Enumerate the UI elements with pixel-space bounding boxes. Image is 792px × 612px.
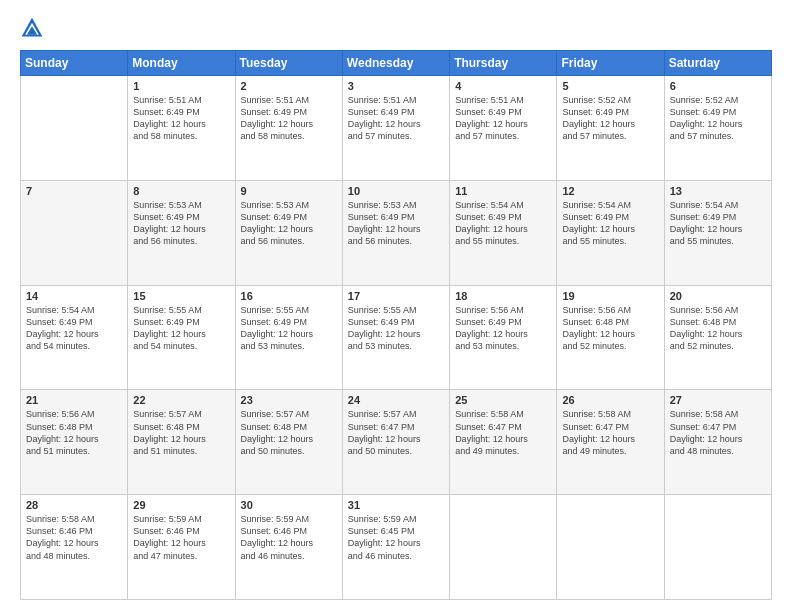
day-info: Sunrise: 5:51 AM Sunset: 6:49 PM Dayligh… bbox=[241, 94, 337, 143]
day-number: 27 bbox=[670, 394, 766, 406]
calendar-cell: 8Sunrise: 5:53 AM Sunset: 6:49 PM Daylig… bbox=[128, 180, 235, 285]
day-number: 24 bbox=[348, 394, 444, 406]
calendar-cell: 23Sunrise: 5:57 AM Sunset: 6:48 PM Dayli… bbox=[235, 390, 342, 495]
day-info: Sunrise: 5:57 AM Sunset: 6:47 PM Dayligh… bbox=[348, 408, 444, 457]
day-info: Sunrise: 5:58 AM Sunset: 6:47 PM Dayligh… bbox=[670, 408, 766, 457]
calendar-cell: 28Sunrise: 5:58 AM Sunset: 6:46 PM Dayli… bbox=[21, 495, 128, 600]
day-number: 18 bbox=[455, 290, 551, 302]
day-info: Sunrise: 5:54 AM Sunset: 6:49 PM Dayligh… bbox=[670, 199, 766, 248]
day-info: Sunrise: 5:54 AM Sunset: 6:49 PM Dayligh… bbox=[455, 199, 551, 248]
calendar-cell: 24Sunrise: 5:57 AM Sunset: 6:47 PM Dayli… bbox=[342, 390, 449, 495]
day-number: 16 bbox=[241, 290, 337, 302]
day-info: Sunrise: 5:57 AM Sunset: 6:48 PM Dayligh… bbox=[241, 408, 337, 457]
calendar-cell: 9Sunrise: 5:53 AM Sunset: 6:49 PM Daylig… bbox=[235, 180, 342, 285]
day-number: 11 bbox=[455, 185, 551, 197]
day-number: 9 bbox=[241, 185, 337, 197]
day-number: 20 bbox=[670, 290, 766, 302]
day-info: Sunrise: 5:54 AM Sunset: 6:49 PM Dayligh… bbox=[26, 304, 122, 353]
calendar-week-2: 78Sunrise: 5:53 AM Sunset: 6:49 PM Dayli… bbox=[21, 180, 772, 285]
day-number: 10 bbox=[348, 185, 444, 197]
day-number: 29 bbox=[133, 499, 229, 511]
day-number: 25 bbox=[455, 394, 551, 406]
calendar-cell: 11Sunrise: 5:54 AM Sunset: 6:49 PM Dayli… bbox=[450, 180, 557, 285]
day-info: Sunrise: 5:59 AM Sunset: 6:46 PM Dayligh… bbox=[133, 513, 229, 562]
calendar-cell: 29Sunrise: 5:59 AM Sunset: 6:46 PM Dayli… bbox=[128, 495, 235, 600]
calendar-cell bbox=[21, 76, 128, 181]
day-number: 12 bbox=[562, 185, 658, 197]
calendar-cell: 13Sunrise: 5:54 AM Sunset: 6:49 PM Dayli… bbox=[664, 180, 771, 285]
day-number: 4 bbox=[455, 80, 551, 92]
calendar-cell: 17Sunrise: 5:55 AM Sunset: 6:49 PM Dayli… bbox=[342, 285, 449, 390]
day-header-monday: Monday bbox=[128, 51, 235, 76]
day-number: 15 bbox=[133, 290, 229, 302]
calendar-cell: 1Sunrise: 5:51 AM Sunset: 6:49 PM Daylig… bbox=[128, 76, 235, 181]
calendar-cell: 27Sunrise: 5:58 AM Sunset: 6:47 PM Dayli… bbox=[664, 390, 771, 495]
day-info: Sunrise: 5:51 AM Sunset: 6:49 PM Dayligh… bbox=[455, 94, 551, 143]
day-info: Sunrise: 5:51 AM Sunset: 6:49 PM Dayligh… bbox=[348, 94, 444, 143]
calendar-cell: 20Sunrise: 5:56 AM Sunset: 6:48 PM Dayli… bbox=[664, 285, 771, 390]
header bbox=[20, 16, 772, 40]
day-info: Sunrise: 5:56 AM Sunset: 6:48 PM Dayligh… bbox=[26, 408, 122, 457]
day-info: Sunrise: 5:57 AM Sunset: 6:48 PM Dayligh… bbox=[133, 408, 229, 457]
day-info: Sunrise: 5:56 AM Sunset: 6:48 PM Dayligh… bbox=[562, 304, 658, 353]
calendar-cell: 30Sunrise: 5:59 AM Sunset: 6:46 PM Dayli… bbox=[235, 495, 342, 600]
calendar-cell: 10Sunrise: 5:53 AM Sunset: 6:49 PM Dayli… bbox=[342, 180, 449, 285]
calendar-cell: 21Sunrise: 5:56 AM Sunset: 6:48 PM Dayli… bbox=[21, 390, 128, 495]
day-info: Sunrise: 5:58 AM Sunset: 6:46 PM Dayligh… bbox=[26, 513, 122, 562]
day-info: Sunrise: 5:55 AM Sunset: 6:49 PM Dayligh… bbox=[133, 304, 229, 353]
day-number: 31 bbox=[348, 499, 444, 511]
calendar-cell: 3Sunrise: 5:51 AM Sunset: 6:49 PM Daylig… bbox=[342, 76, 449, 181]
calendar-cell: 14Sunrise: 5:54 AM Sunset: 6:49 PM Dayli… bbox=[21, 285, 128, 390]
day-number: 5 bbox=[562, 80, 658, 92]
day-header-saturday: Saturday bbox=[664, 51, 771, 76]
day-header-tuesday: Tuesday bbox=[235, 51, 342, 76]
day-info: Sunrise: 5:55 AM Sunset: 6:49 PM Dayligh… bbox=[241, 304, 337, 353]
calendar-cell: 25Sunrise: 5:58 AM Sunset: 6:47 PM Dayli… bbox=[450, 390, 557, 495]
day-number: 3 bbox=[348, 80, 444, 92]
day-number: 14 bbox=[26, 290, 122, 302]
day-info: Sunrise: 5:52 AM Sunset: 6:49 PM Dayligh… bbox=[562, 94, 658, 143]
day-info: Sunrise: 5:55 AM Sunset: 6:49 PM Dayligh… bbox=[348, 304, 444, 353]
day-number: 19 bbox=[562, 290, 658, 302]
day-number: 21 bbox=[26, 394, 122, 406]
calendar-cell bbox=[557, 495, 664, 600]
day-info: Sunrise: 5:53 AM Sunset: 6:49 PM Dayligh… bbox=[133, 199, 229, 248]
day-header-friday: Friday bbox=[557, 51, 664, 76]
day-number: 1 bbox=[133, 80, 229, 92]
day-info: Sunrise: 5:54 AM Sunset: 6:49 PM Dayligh… bbox=[562, 199, 658, 248]
calendar-cell: 31Sunrise: 5:59 AM Sunset: 6:45 PM Dayli… bbox=[342, 495, 449, 600]
calendar-cell: 12Sunrise: 5:54 AM Sunset: 6:49 PM Dayli… bbox=[557, 180, 664, 285]
day-number: 13 bbox=[670, 185, 766, 197]
calendar-week-3: 14Sunrise: 5:54 AM Sunset: 6:49 PM Dayli… bbox=[21, 285, 772, 390]
day-info: Sunrise: 5:53 AM Sunset: 6:49 PM Dayligh… bbox=[241, 199, 337, 248]
calendar-cell: 2Sunrise: 5:51 AM Sunset: 6:49 PM Daylig… bbox=[235, 76, 342, 181]
day-info: Sunrise: 5:59 AM Sunset: 6:46 PM Dayligh… bbox=[241, 513, 337, 562]
calendar-cell bbox=[664, 495, 771, 600]
calendar-week-1: 1Sunrise: 5:51 AM Sunset: 6:49 PM Daylig… bbox=[21, 76, 772, 181]
day-info: Sunrise: 5:51 AM Sunset: 6:49 PM Dayligh… bbox=[133, 94, 229, 143]
calendar-cell bbox=[450, 495, 557, 600]
calendar-cell: 4Sunrise: 5:51 AM Sunset: 6:49 PM Daylig… bbox=[450, 76, 557, 181]
day-number: 7 bbox=[26, 185, 122, 197]
calendar-cell: 22Sunrise: 5:57 AM Sunset: 6:48 PM Dayli… bbox=[128, 390, 235, 495]
day-number: 28 bbox=[26, 499, 122, 511]
calendar-week-4: 21Sunrise: 5:56 AM Sunset: 6:48 PM Dayli… bbox=[21, 390, 772, 495]
day-info: Sunrise: 5:59 AM Sunset: 6:45 PM Dayligh… bbox=[348, 513, 444, 562]
day-info: Sunrise: 5:56 AM Sunset: 6:49 PM Dayligh… bbox=[455, 304, 551, 353]
day-number: 26 bbox=[562, 394, 658, 406]
calendar-table: SundayMondayTuesdayWednesdayThursdayFrid… bbox=[20, 50, 772, 600]
calendar-week-5: 28Sunrise: 5:58 AM Sunset: 6:46 PM Dayli… bbox=[21, 495, 772, 600]
calendar-cell: 6Sunrise: 5:52 AM Sunset: 6:49 PM Daylig… bbox=[664, 76, 771, 181]
day-info: Sunrise: 5:56 AM Sunset: 6:48 PM Dayligh… bbox=[670, 304, 766, 353]
calendar-cell: 7 bbox=[21, 180, 128, 285]
day-header-thursday: Thursday bbox=[450, 51, 557, 76]
page: SundayMondayTuesdayWednesdayThursdayFrid… bbox=[0, 0, 792, 612]
day-info: Sunrise: 5:58 AM Sunset: 6:47 PM Dayligh… bbox=[562, 408, 658, 457]
calendar-header-row: SundayMondayTuesdayWednesdayThursdayFrid… bbox=[21, 51, 772, 76]
day-number: 17 bbox=[348, 290, 444, 302]
day-number: 30 bbox=[241, 499, 337, 511]
day-header-sunday: Sunday bbox=[21, 51, 128, 76]
day-info: Sunrise: 5:52 AM Sunset: 6:49 PM Dayligh… bbox=[670, 94, 766, 143]
day-number: 6 bbox=[670, 80, 766, 92]
calendar-cell: 5Sunrise: 5:52 AM Sunset: 6:49 PM Daylig… bbox=[557, 76, 664, 181]
